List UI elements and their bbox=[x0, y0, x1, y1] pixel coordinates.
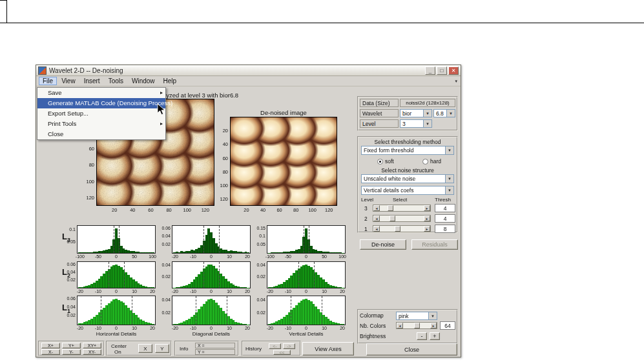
threshold-value-level-3[interactable]: 4 bbox=[435, 204, 455, 212]
slider-left-arrow-icon[interactable]: ◄ bbox=[373, 216, 380, 221]
col-label-diagonal-details: Diagonal Details bbox=[172, 331, 251, 337]
threshold-slider-level-1[interactable]: ◄ ► bbox=[373, 225, 431, 232]
denoised-image-axes: 2040608010012020406080100120 bbox=[230, 117, 337, 206]
dropdown-arrow-icon[interactable]: ▼ bbox=[423, 120, 431, 127]
nb-colors-slider[interactable]: ◄ ► bbox=[396, 322, 437, 329]
wavelet-family-value: bior bbox=[402, 110, 411, 117]
file-menu-export-setup[interactable]: Export Setup... bbox=[37, 108, 165, 119]
panel-close-button[interactable]: Close bbox=[366, 343, 457, 356]
threshold-slider-level-3[interactable]: ◄ ► bbox=[373, 205, 431, 212]
data-size-label: Data (Size) bbox=[360, 99, 399, 107]
soft-radio-label: soft bbox=[385, 158, 394, 165]
threshold-value-level-1[interactable]: 8 bbox=[435, 225, 455, 233]
pan-x-minus-button[interactable]: X- bbox=[41, 349, 60, 355]
pan-y-plus-button[interactable]: Y+ bbox=[62, 343, 81, 348]
menu-file[interactable]: File bbox=[39, 77, 57, 85]
hist-L1-diagonal: -20-10010200.040.02 bbox=[172, 296, 251, 325]
level-value: 3 bbox=[402, 121, 406, 127]
details-coefs-dropdown[interactable]: Vertical details coefs ▼ bbox=[361, 186, 454, 195]
wavelet-family-dropdown[interactable]: bior ▼ bbox=[400, 109, 432, 117]
slider-left-arrow-icon[interactable]: ◄ bbox=[397, 323, 403, 328]
submenu-arrow-icon: ▸ bbox=[160, 88, 163, 98]
threshold-method-dropdown[interactable]: Fixed form threshold ▼ bbox=[361, 146, 454, 155]
menu-tools[interactable]: Tools bbox=[105, 77, 127, 85]
slider-track[interactable] bbox=[380, 216, 424, 221]
denoise-button[interactable]: De-noise bbox=[360, 239, 406, 250]
dropdown-arrow-icon[interactable]: ▼ bbox=[445, 186, 453, 194]
hist-L2-diagonal: -20-10010200.040.02 bbox=[172, 261, 251, 288]
slider-thumb[interactable] bbox=[388, 205, 393, 211]
dropdown-arrow-icon[interactable]: ▼ bbox=[423, 110, 431, 117]
file-menu-generate-matlab-code[interactable]: Generate MATLAB Code (Denoising Process) bbox=[37, 98, 165, 108]
denoised-image bbox=[230, 117, 337, 206]
colormap-value: pink bbox=[399, 313, 409, 319]
dropdown-arrow-icon[interactable]: ▼ bbox=[428, 312, 437, 319]
dropdown-arrow-icon[interactable]: ▼ bbox=[445, 146, 453, 154]
pan-xy-minus-button[interactable]: XY- bbox=[83, 349, 101, 355]
brightness-minus-button[interactable]: - bbox=[417, 332, 427, 340]
slider-thumb[interactable] bbox=[395, 226, 400, 232]
center-y-button[interactable]: Y bbox=[155, 344, 169, 353]
noise-structure-dropdown[interactable]: Unscaled white noise ▼ bbox=[361, 174, 454, 183]
dropdown-arrow-icon[interactable]: ▼ bbox=[446, 110, 455, 117]
threshold-slider-level-2[interactable]: ◄ ► bbox=[373, 215, 431, 222]
slider-track[interactable] bbox=[403, 323, 430, 328]
slider-left-arrow-icon[interactable]: ◄ bbox=[373, 226, 380, 232]
slider-right-arrow-icon[interactable]: ► bbox=[424, 205, 430, 211]
brightness-plus-button[interactable]: + bbox=[430, 332, 440, 340]
history-group: History <- -> << bbox=[242, 341, 301, 356]
minimize-button[interactable]: _ bbox=[425, 66, 435, 75]
menu-window[interactable]: Window bbox=[128, 77, 159, 85]
slider-right-arrow-icon[interactable]: ► bbox=[424, 216, 430, 221]
slider-left-arrow-icon[interactable]: ◄ bbox=[373, 205, 380, 211]
wavelet-number-dropdown[interactable]: 6.8 ▼ bbox=[433, 109, 455, 117]
slider-thumb[interactable] bbox=[414, 323, 420, 328]
file-menu-close[interactable]: Close bbox=[37, 129, 165, 139]
threshold-value-level-2[interactable]: 4 bbox=[435, 214, 455, 223]
pan-x-plus-button[interactable]: X+ bbox=[41, 343, 60, 348]
threshold-table-header-thresh: Thresh bbox=[435, 197, 451, 203]
pan-y-minus-button[interactable]: Y- bbox=[62, 349, 81, 355]
slider-right-arrow-icon[interactable]: ► bbox=[424, 226, 430, 232]
pan-xy-plus-button[interactable]: XY+ bbox=[83, 343, 101, 348]
hard-radio[interactable] bbox=[422, 159, 428, 165]
dropdown-arrow-icon[interactable]: ▼ bbox=[445, 175, 453, 183]
view-axes-button[interactable]: View Axes bbox=[302, 342, 354, 356]
colormap-label: Colormap bbox=[360, 312, 384, 319]
info-y-field: Y = bbox=[195, 349, 235, 355]
nb-colors-value[interactable]: 64 bbox=[440, 321, 455, 330]
maximize-button[interactable]: □ bbox=[437, 66, 447, 75]
slider-right-arrow-icon[interactable]: ► bbox=[430, 323, 437, 328]
threshold-row-level-3: 3 bbox=[364, 205, 368, 212]
menu-insert[interactable]: Insert bbox=[80, 77, 104, 85]
hist-L1-vertical: -20-10010200.040.02 bbox=[267, 296, 346, 325]
level-dropdown[interactable]: 3 ▼ bbox=[400, 119, 432, 128]
threshold-method-value: Fixed form threshold bbox=[364, 147, 413, 154]
window-icon bbox=[38, 66, 47, 75]
soft-radio[interactable] bbox=[377, 159, 383, 165]
menu-bar: File View Insert Tools Window Help ▾ bbox=[36, 76, 461, 86]
center-on-group: Center On X Y bbox=[106, 341, 172, 356]
menu-anchor-icon[interactable]: ▾ bbox=[455, 79, 457, 84]
hist-L3-vertical: -100-500501000.150.10.05 bbox=[267, 225, 346, 254]
file-menu-save[interactable]: Save ▸ bbox=[37, 88, 165, 98]
center-x-button[interactable]: X bbox=[138, 344, 152, 353]
menu-help[interactable]: Help bbox=[160, 77, 181, 85]
page-top-rule bbox=[0, 23, 644, 23]
history-back-button[interactable]: <- bbox=[269, 343, 281, 349]
threshold-table-header-level: Level bbox=[361, 197, 373, 203]
slider-thumb[interactable] bbox=[390, 216, 395, 221]
history-label: History bbox=[245, 346, 262, 352]
residuals-button[interactable]: Residuals bbox=[411, 239, 458, 250]
slider-track[interactable] bbox=[380, 205, 424, 211]
threshold-table-header-select: Select bbox=[393, 197, 407, 203]
title-bar[interactable]: Wavelet 2-D -- De-noising _ □ ✕ bbox=[36, 65, 461, 76]
file-menu-print-tools[interactable]: Print Tools ▸ bbox=[37, 119, 165, 129]
history-rewind-button[interactable]: << bbox=[273, 350, 291, 355]
colormap-dropdown[interactable]: pink ▼ bbox=[396, 312, 437, 320]
menu-view[interactable]: View bbox=[57, 77, 79, 85]
close-window-button[interactable]: ✕ bbox=[448, 66, 459, 75]
brightness-label: Brightness bbox=[360, 333, 386, 339]
history-forward-button[interactable]: -> bbox=[283, 343, 295, 349]
slider-track[interactable] bbox=[380, 226, 424, 232]
